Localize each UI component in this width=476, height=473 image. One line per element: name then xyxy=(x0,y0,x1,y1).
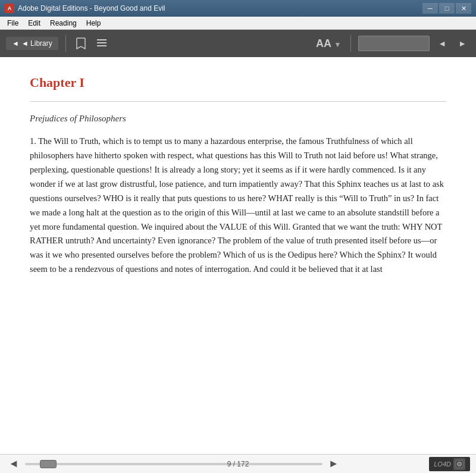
toolbar-separator-1 xyxy=(65,35,66,52)
svg-point-5 xyxy=(459,463,460,465)
menu-help[interactable]: Help xyxy=(82,18,106,29)
page-input[interactable] xyxy=(358,36,430,51)
slider-area: ◄ ► xyxy=(6,458,429,470)
body-text: 1. The Will to Truth, which is to tempt … xyxy=(30,134,446,277)
page-info: 9 / 172 xyxy=(227,460,249,468)
close-button[interactable]: ✕ xyxy=(456,3,471,14)
toc-icon xyxy=(96,38,108,49)
font-size-icon: AA xyxy=(316,37,331,49)
library-button[interactable]: ◄ ◄ Library xyxy=(6,37,58,50)
toolbar-separator-2 xyxy=(350,35,351,52)
app-icon: A xyxy=(5,4,14,13)
lo4d-icon xyxy=(453,458,465,470)
slider-prev-button[interactable]: ◄ xyxy=(6,458,21,470)
slider-track[interactable] xyxy=(25,463,322,465)
chapter-title: Chapter I xyxy=(30,75,446,90)
prev-page-button[interactable]: ◄ xyxy=(434,36,450,51)
lo4d-label: LO4D xyxy=(434,461,451,468)
title-bar: A Adobe Digital Editions - Beyond Good a… xyxy=(0,0,476,17)
next-page-button[interactable]: ► xyxy=(455,36,470,51)
slider-thumb[interactable] xyxy=(40,460,57,468)
svg-rect-2 xyxy=(97,45,107,46)
bookmark-button[interactable] xyxy=(73,35,89,52)
restore-button[interactable]: □ xyxy=(439,3,455,14)
svg-rect-0 xyxy=(97,39,107,40)
minimize-button[interactable]: ─ xyxy=(422,3,438,14)
menu-bar: File Edit Reading Help xyxy=(0,17,476,30)
font-size-button[interactable]: AA ▼ xyxy=(314,35,343,52)
content-area: Chapter I Prejudices of Philosophers 1. … xyxy=(0,57,476,454)
lo4d-badge: LO4D xyxy=(429,457,470,471)
section-subtitle: Prejudices of Philosophers xyxy=(30,114,446,124)
menu-file[interactable]: File xyxy=(2,18,23,29)
window-controls: ─ □ ✕ xyxy=(422,3,471,14)
slider-next-button[interactable]: ► xyxy=(326,458,342,470)
prev-nav-icon: ◄ xyxy=(438,39,446,48)
menu-reading[interactable]: Reading xyxy=(45,18,82,29)
next-nav-icon: ► xyxy=(458,39,466,48)
library-label: ◄ Library xyxy=(21,39,52,48)
toolbar: ◄ ◄ Library AA ▼ ◄ ► xyxy=(0,30,476,57)
library-arrow-icon: ◄ xyxy=(12,39,19,48)
toc-button[interactable] xyxy=(93,36,110,51)
menu-edit[interactable]: Edit xyxy=(23,18,45,29)
chapter-divider xyxy=(30,101,446,102)
window-title: Adobe Digital Editions - Beyond Good and… xyxy=(18,4,422,12)
bookmark-icon xyxy=(76,37,86,50)
svg-rect-1 xyxy=(97,42,107,43)
status-bar: ◄ ► 9 / 172 LO4D xyxy=(0,454,476,473)
